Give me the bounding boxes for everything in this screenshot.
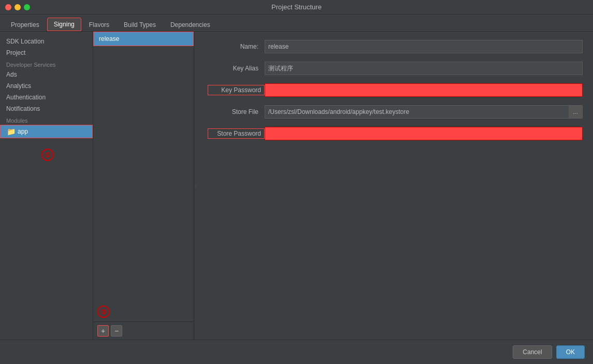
store-file-field-group: ...	[265, 105, 583, 119]
close-button[interactable]	[5, 4, 11, 10]
tab-flavors[interactable]: Flavors	[82, 18, 116, 31]
key-password-row: Key Password	[208, 83, 583, 97]
key-alias-input[interactable]	[265, 62, 583, 75]
window-controls	[5, 4, 30, 10]
tab-bar: Properties Signing Flavors Build Types D…	[0, 14, 593, 32]
sidebar-section-modules: Modules	[0, 114, 93, 125]
signing-list-item-release[interactable]: release	[93, 32, 194, 46]
name-input[interactable]	[265, 40, 583, 53]
add-signing-button[interactable]: +	[97, 325, 109, 337]
key-alias-label: Key Alias	[208, 65, 265, 72]
store-file-label: Store File	[208, 108, 265, 115]
panel-divider[interactable]	[194, 32, 197, 340]
content-area: SDK Location Project Developer Services …	[0, 32, 593, 340]
signing-list: release ②	[93, 32, 194, 177]
tab-build-types[interactable]: Build Types	[117, 18, 163, 31]
tab-dependencies[interactable]: Dependencies	[164, 18, 217, 31]
cancel-button[interactable]: Cancel	[513, 345, 552, 359]
bottom-bar: Cancel OK	[0, 340, 593, 364]
sidebar-item-sdk-location[interactable]: SDK Location	[0, 36, 93, 47]
name-label: Name:	[208, 43, 265, 50]
minimize-button[interactable]	[15, 4, 21, 10]
form-panel: Name: Key Alias Key Password Store File …	[197, 32, 593, 340]
store-file-browse-button[interactable]: ...	[569, 105, 583, 119]
maximize-button[interactable]	[24, 4, 30, 10]
store-password-row: Store Password	[208, 127, 583, 140]
sidebar-item-analytics[interactable]: Analytics	[0, 80, 93, 92]
folder-icon: 📁	[7, 127, 16, 136]
sidebar-item-notifications[interactable]: Notifications	[0, 103, 93, 114]
sidebar-item-project[interactable]: Project	[0, 47, 93, 59]
store-file-input[interactable]	[265, 105, 569, 119]
tab-properties[interactable]: Properties	[4, 18, 46, 31]
sidebar-section-developer-services: Developer Services	[0, 59, 93, 69]
store-password-label: Store Password	[208, 128, 265, 139]
ok-button[interactable]: OK	[556, 345, 585, 359]
main-container: Properties Signing Flavors Build Types D…	[0, 14, 593, 364]
sidebar-item-app[interactable]: 📁 app	[0, 125, 93, 138]
titlebar: Project Structure	[0, 0, 593, 14]
window-title: Project Structure	[271, 3, 322, 11]
name-row: Name:	[208, 40, 583, 53]
sidebar: SDK Location Project Developer Services …	[0, 32, 93, 340]
store-file-row: Store File ...	[208, 105, 583, 119]
sidebar-item-authentication[interactable]: Authentication	[0, 92, 93, 103]
sidebar-item-ads[interactable]: Ads	[0, 69, 93, 80]
key-password-input[interactable]	[265, 83, 583, 97]
remove-signing-button[interactable]: −	[111, 325, 122, 337]
annotation-1: ①	[41, 149, 54, 161]
annotation-3: ③	[97, 305, 110, 318]
tab-signing[interactable]: Signing	[47, 18, 81, 31]
store-password-input[interactable]	[265, 127, 583, 140]
signing-panel: release ② ③ + −	[93, 32, 194, 340]
key-password-label: Key Password	[208, 85, 265, 95]
key-alias-row: Key Alias	[208, 62, 583, 75]
